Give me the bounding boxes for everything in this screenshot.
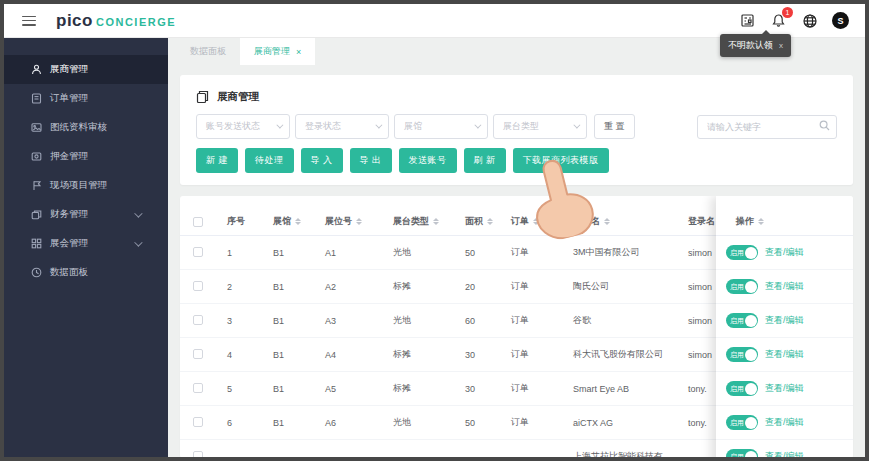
send-account-button[interactable]: 发送账号 — [399, 148, 457, 173]
sort-icon[interactable] — [356, 218, 362, 226]
enable-toggle[interactable]: 启用 — [726, 415, 758, 430]
sort-icon[interactable] — [487, 218, 493, 226]
cell-area: 30 — [454, 384, 500, 394]
filter-label: 展馆 — [404, 120, 422, 133]
chevron-down-icon — [375, 122, 382, 129]
sort-icon[interactable] — [758, 218, 764, 226]
search-icon[interactable] — [819, 120, 830, 131]
sidebar-item-label: 现场项目管理 — [50, 179, 107, 192]
sidebar-item-data-dashboard[interactable]: 数据面板 — [4, 258, 168, 287]
operation-cell: 启用 查看/编辑 — [716, 304, 853, 338]
import-button[interactable]: 导 入 — [301, 148, 343, 173]
enable-toggle[interactable]: 启用 — [726, 347, 758, 362]
sort-icon[interactable] — [604, 218, 610, 226]
col-no: 序号 — [216, 215, 262, 228]
exhibitor-table-card: 序号 展馆 展位号 展台类型 面积 订单 展商名 登录名 1 B1 A1 光地 … — [180, 196, 853, 457]
order-link[interactable]: 订单 — [500, 246, 562, 259]
select-all-checkbox[interactable] — [193, 217, 203, 227]
app-logo: pico CONCIERGE — [56, 11, 176, 31]
claim-ledger-icon[interactable] — [739, 12, 756, 29]
filter-hall[interactable]: 展馆 — [394, 114, 488, 139]
window-frame: pico CONCIERGE 1 — [0, 0, 869, 461]
sidebar-item-label: 展商管理 — [50, 63, 88, 76]
tab-data-dashboard[interactable]: 数据面板 — [176, 38, 240, 65]
chevron-down-icon — [134, 209, 142, 217]
cell-area: 50 — [454, 418, 500, 428]
tooltip-close-icon[interactable]: x — [779, 41, 783, 50]
row-checkbox[interactable] — [193, 417, 203, 427]
row-checkbox[interactable] — [193, 281, 203, 291]
language-globe-icon[interactable] — [801, 12, 818, 29]
sidebar-item-finance-mgmt[interactable]: 财务管理 — [4, 200, 168, 229]
sidebar-item-exhibitor-mgmt[interactable]: 展商管理 — [4, 55, 168, 84]
notification-badge: 1 — [782, 7, 793, 18]
download-template-button[interactable]: 下载展商列表模版 — [513, 148, 609, 173]
view-edit-link[interactable]: 查看/编辑 — [765, 280, 804, 293]
enable-toggle[interactable]: 启用 — [726, 449, 758, 457]
cell-exhibitor: Smart Eye AB — [562, 384, 677, 394]
sort-icon[interactable] — [295, 218, 301, 226]
action-button-row: 新 建 待处理 导 入 导 出 发送账号 刷 新 下载展商列表模版 — [196, 148, 837, 173]
cell-area: 50 — [454, 248, 500, 258]
cell-area: 20 — [454, 282, 500, 292]
sidebar-item-exhibition-mgmt[interactable]: 展会管理 — [4, 229, 168, 258]
filter-label: 账号发送状态 — [206, 120, 260, 133]
row-checkbox[interactable] — [193, 315, 203, 325]
row-checkbox[interactable] — [193, 383, 203, 393]
content-area: 数据面板 展商管理 × 展商管理 账号发送状态 — [168, 38, 865, 457]
toolbar-card: 展商管理 账号发送状态 登录状态 展馆 展台类型 重 置 — [180, 75, 853, 185]
enable-toggle[interactable]: 启用 — [726, 245, 758, 260]
view-edit-link[interactable]: 查看/编辑 — [765, 416, 804, 429]
user-avatar[interactable]: S — [832, 12, 849, 29]
row-checkbox[interactable] — [193, 349, 203, 359]
sidebar-item-onsite-project-mgmt[interactable]: 现场项目管理 — [4, 171, 168, 200]
notification-bell-icon[interactable]: 1 — [770, 12, 787, 29]
order-link[interactable]: 订单 — [500, 382, 562, 395]
enable-toggle[interactable]: 启用 — [726, 381, 758, 396]
filter-account-send-status[interactable]: 账号发送状态 — [196, 114, 290, 139]
top-icon-group: 1 S — [739, 12, 849, 29]
enable-toggle[interactable]: 启用 — [726, 279, 758, 294]
cell-booth: A4 — [314, 350, 382, 360]
reset-button[interactable]: 重 置 — [594, 114, 635, 139]
tab-close-icon[interactable]: × — [296, 47, 301, 57]
row-checkbox[interactable] — [193, 247, 203, 257]
cell-hall: B1 — [262, 282, 314, 292]
new-button[interactable]: 新 建 — [196, 148, 238, 173]
sort-icon[interactable] — [533, 218, 539, 226]
search-input[interactable] — [697, 115, 837, 139]
tab-exhibitor-mgmt[interactable]: 展商管理 × — [240, 38, 315, 65]
order-link[interactable]: 订单 — [500, 314, 562, 327]
pending-button[interactable]: 待处理 — [245, 148, 294, 173]
order-link[interactable]: 订单 — [500, 348, 562, 361]
hamburger-menu-icon[interactable] — [22, 16, 36, 26]
filter-booth-type[interactable]: 展台类型 — [493, 114, 587, 139]
view-edit-link[interactable]: 查看/编辑 — [765, 450, 804, 457]
sidebar-item-deposit-mgmt[interactable]: 押金管理 — [4, 142, 168, 171]
enable-toggle[interactable]: 启用 — [726, 313, 758, 328]
search-box — [697, 115, 837, 139]
cell-no: 6 — [216, 418, 262, 428]
export-button[interactable]: 导 出 — [350, 148, 392, 173]
claim-tooltip-text: 不明款认领 — [728, 39, 773, 52]
view-edit-link[interactable]: 查看/编辑 — [765, 382, 804, 395]
sidebar-item-drawing-review[interactable]: 图纸资料审核 — [4, 113, 168, 142]
logo-pico: pico — [56, 11, 93, 31]
col-booth: 展位号 — [314, 215, 382, 228]
view-edit-link[interactable]: 查看/编辑 — [765, 246, 804, 259]
filter-row: 账号发送状态 登录状态 展馆 展台类型 重 置 — [196, 114, 837, 139]
cell-booth: A1 — [314, 248, 382, 258]
onsite-project-icon — [31, 180, 42, 191]
operation-cell: 启用 查看/编辑 — [716, 440, 853, 457]
order-link[interactable]: 订单 — [500, 416, 562, 429]
order-link[interactable]: 订单 — [500, 280, 562, 293]
logo-concierge: CONCIERGE — [96, 16, 176, 28]
sort-icon[interactable] — [433, 218, 439, 226]
view-edit-link[interactable]: 查看/编辑 — [765, 348, 804, 361]
refresh-button[interactable]: 刷 新 — [464, 148, 506, 173]
row-checkbox[interactable] — [193, 451, 203, 458]
col-exhibitor: 展商名 — [562, 215, 677, 228]
filter-login-status[interactable]: 登录状态 — [295, 114, 389, 139]
view-edit-link[interactable]: 查看/编辑 — [765, 314, 804, 327]
sidebar-item-order-mgmt[interactable]: 订单管理 — [4, 84, 168, 113]
